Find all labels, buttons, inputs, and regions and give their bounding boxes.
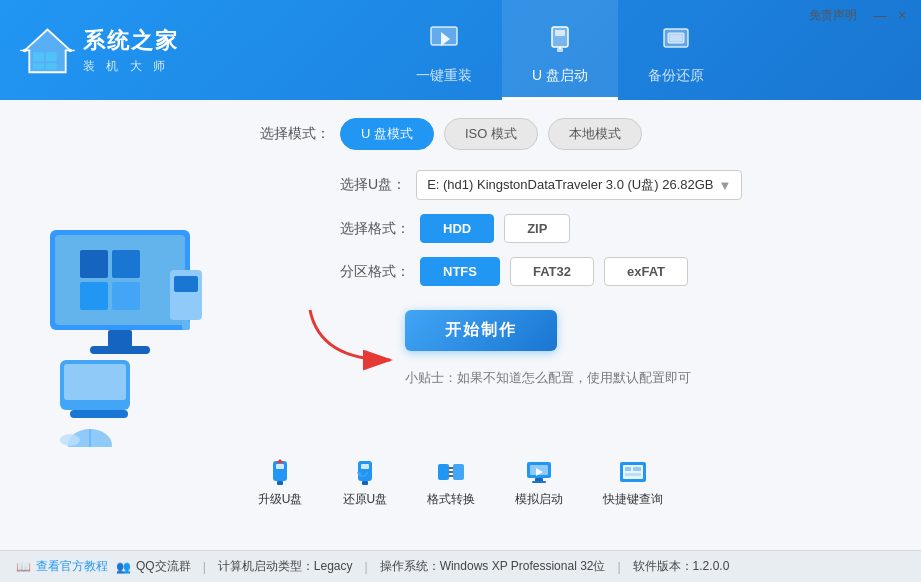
tab-backup-label: 备份还原	[648, 67, 704, 85]
svg-rect-12	[555, 30, 565, 36]
usb-select-value: E: (hd1) KingstonDataTraveler 3.0 (U盘) 2…	[427, 176, 713, 194]
mode-usb-button[interactable]: U 盘模式	[340, 118, 434, 150]
svg-rect-44	[438, 464, 449, 480]
format-convert-label: 格式转换	[427, 491, 475, 508]
tab-reinstall[interactable]: 一键重装	[386, 0, 502, 100]
version-text: 软件版本：1.2.0.0	[633, 558, 730, 575]
partition-exfat-button[interactable]: exFAT	[604, 257, 688, 286]
format-zip-button[interactable]: ZIP	[504, 214, 570, 243]
tab-usb[interactable]: U 盘启动	[502, 0, 618, 100]
format-select-label: 选择格式：	[340, 220, 410, 238]
main-content: 选择模式： U 盘模式 ISO 模式 本地模式 选择U盘： E: (hd1) K…	[0, 100, 921, 550]
usb-icon	[544, 23, 576, 61]
os-text: 操作系统：Windows XP Professional 32位	[380, 558, 606, 575]
svg-rect-21	[112, 250, 140, 278]
svg-rect-37	[276, 464, 284, 469]
svg-rect-53	[625, 467, 631, 471]
toolbar-restore-usb[interactable]: 还原U盘	[343, 457, 388, 508]
qq-icon: 👥	[116, 560, 131, 574]
simulate-boot-icon	[521, 457, 557, 487]
shortcut-query-icon	[615, 457, 651, 487]
right-panel: 选择模式： U 盘模式 ISO 模式 本地模式 选择U盘： E: (hd1) K…	[230, 100, 921, 405]
toolbar-shortcut-query[interactable]: 快捷键查询	[603, 457, 663, 508]
svg-rect-45	[453, 464, 464, 480]
shortcut-query-label: 快捷键查询	[603, 491, 663, 508]
tip-text: 小贴士：如果不知道怎么配置，使用默认配置即可	[405, 369, 891, 387]
svg-rect-31	[70, 410, 128, 418]
bottom-toolbar: 升级U盘 还原U盘	[0, 447, 921, 518]
svg-rect-19	[55, 235, 185, 325]
qq-text[interactable]: QQ交流群	[136, 558, 191, 575]
mode-selector: 选择模式： U 盘模式 ISO 模式 本地模式	[260, 118, 891, 150]
svg-point-34	[60, 434, 80, 446]
partition-ntfs-button[interactable]: NTFS	[420, 257, 500, 286]
svg-rect-38	[277, 481, 283, 485]
svg-rect-1	[33, 52, 44, 61]
svg-rect-42	[362, 481, 368, 485]
mode-iso-button[interactable]: ISO 模式	[444, 118, 538, 150]
toolbar-format-convert[interactable]: 格式转换	[427, 457, 475, 508]
logo-title: 系统之家	[83, 26, 179, 56]
restore-usb-label: 还原U盘	[343, 491, 388, 508]
tab-backup[interactable]: 备份还原	[618, 0, 734, 100]
backup-icon	[660, 23, 692, 61]
format-convert-icon	[433, 457, 469, 487]
tab-reinstall-label: 一键重装	[416, 67, 472, 85]
divider-3: |	[617, 560, 620, 574]
qq-item[interactable]: 👥 QQ交流群	[116, 558, 191, 575]
svg-rect-49	[532, 481, 546, 483]
svg-rect-41	[361, 464, 369, 469]
disclaimer-link[interactable]: 免责声明	[809, 7, 857, 24]
svg-rect-28	[182, 320, 190, 330]
upgrade-usb-icon	[262, 457, 298, 487]
svg-rect-23	[112, 282, 140, 310]
svg-rect-27	[174, 276, 198, 292]
mode-local-button[interactable]: 本地模式	[548, 118, 642, 150]
partition-format-row: 分区格式： NTFS FAT32 exFAT	[340, 257, 891, 286]
tutorial-item[interactable]: 📖 查看官方教程	[16, 558, 108, 575]
minimize-button[interactable]: —	[871, 6, 889, 24]
svg-rect-4	[46, 63, 57, 69]
app-header: 系统之家 装 机 大 师 一键重装	[0, 0, 921, 100]
tutorial-icon: 📖	[16, 560, 31, 574]
toolbar-upgrade-usb[interactable]: 升级U盘	[258, 457, 303, 508]
logo-subtitle: 装 机 大 师	[83, 58, 179, 75]
logo-text: 系统之家 装 机 大 师	[83, 26, 179, 75]
partition-fat32-button[interactable]: FAT32	[510, 257, 594, 286]
format-hdd-button[interactable]: HDD	[420, 214, 494, 243]
svg-rect-2	[46, 52, 57, 61]
usb-select-row: 选择U盘： E: (hd1) KingstonDataTraveler 3.0 …	[340, 170, 891, 200]
dropdown-arrow-icon: ▼	[719, 178, 732, 193]
svg-rect-22	[80, 282, 108, 310]
divider-1: |	[203, 560, 206, 574]
svg-rect-24	[108, 330, 132, 348]
tab-usb-label: U 盘启动	[532, 67, 588, 85]
toolbar-simulate-boot[interactable]: 模拟启动	[515, 457, 563, 508]
svg-rect-25	[90, 346, 150, 354]
format-select-row: 选择格式： HDD ZIP	[340, 214, 891, 243]
mode-label: 选择模式：	[260, 125, 330, 143]
svg-rect-30	[64, 364, 126, 400]
usb-select-label: 选择U盘：	[340, 176, 406, 194]
form-area: 选择U盘： E: (hd1) KingstonDataTraveler 3.0 …	[340, 170, 891, 387]
start-make-button[interactable]: 开始制作	[405, 310, 557, 351]
tutorial-text[interactable]: 查看官方教程	[36, 558, 108, 575]
svg-rect-3	[33, 63, 44, 69]
upgrade-usb-label: 升级U盘	[258, 491, 303, 508]
status-bar: 📖 查看官方教程 👥 QQ交流群 | 计算机启动类型：Legacy | 操作系统…	[0, 550, 921, 582]
usb-select-dropdown[interactable]: E: (hd1) KingstonDataTraveler 3.0 (U盘) 2…	[416, 170, 742, 200]
svg-rect-54	[633, 467, 641, 471]
divider-2: |	[365, 560, 368, 574]
simulate-boot-label: 模拟启动	[515, 491, 563, 508]
logo-icon	[20, 25, 75, 75]
partition-format-label: 分区格式：	[340, 263, 410, 281]
svg-rect-55	[625, 473, 641, 476]
reinstall-icon	[428, 23, 460, 61]
close-button[interactable]: ×	[893, 6, 911, 24]
title-bar: 免责声明 — ×	[799, 0, 921, 30]
svg-rect-14	[559, 47, 561, 49]
restore-usb-icon	[347, 457, 383, 487]
logo-area: 系统之家 装 机 大 师	[0, 25, 199, 75]
svg-rect-20	[80, 250, 108, 278]
boot-type-text: 计算机启动类型：Legacy	[218, 558, 353, 575]
